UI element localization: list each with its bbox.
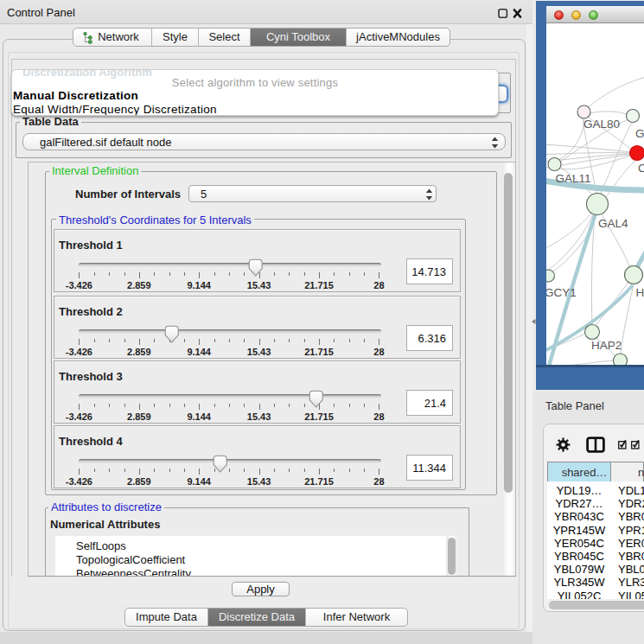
svg-text:GAL11: GAL11	[556, 172, 591, 185]
svg-text:CR: CR	[638, 162, 644, 175]
svg-text:GA: GA	[635, 127, 644, 140]
svg-text:GAL80: GAL80	[583, 118, 620, 131]
svg-text:H: H	[636, 286, 644, 299]
svg-text:GCY1: GCY1	[546, 286, 577, 299]
svg-text:GAL4: GAL4	[598, 217, 628, 230]
svg-text:HAP2: HAP2	[591, 339, 622, 352]
